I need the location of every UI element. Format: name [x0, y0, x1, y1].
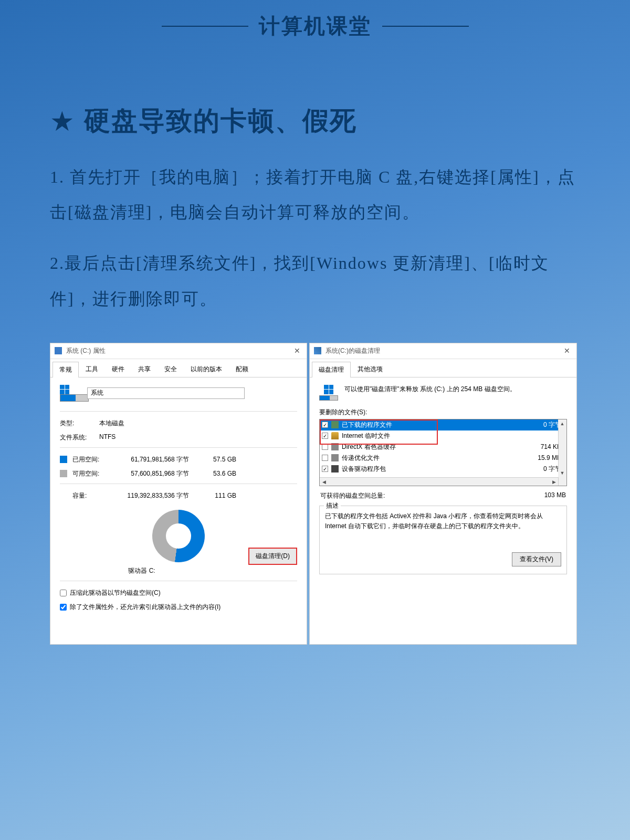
item-checkbox[interactable]: ✓	[322, 422, 328, 428]
tab-disk-cleanup[interactable]: 磁盘清理	[312, 362, 351, 377]
index-checkbox-row[interactable]: 除了文件属性外，还允许索引此驱动器上文件的内容(I)	[60, 603, 297, 612]
step-2: 2.最后点击[清理系统文件]，找到[Windows 更新清理]、[临时文件]，进…	[50, 246, 580, 316]
properties-body: 类型: 本地磁盘 文件系统: NTFS 已用空间: 61,791,981,568…	[50, 377, 307, 624]
divider	[60, 484, 297, 484]
type-label: 类型:	[60, 419, 99, 428]
file-type-icon	[331, 421, 339, 428]
usage-chart: 磁盘清理(D)	[60, 510, 297, 562]
cap-gb: 111 GB	[200, 492, 236, 499]
total-value: 103 MB	[544, 491, 566, 500]
scrollbar-vertical[interactable]: ▲ ▼	[558, 419, 566, 486]
index-label: 除了文件属性外，还允许索引此驱动器上文件的内容(I)	[70, 603, 220, 612]
drive-label-under: 驱动器 C:	[60, 566, 224, 575]
free-bytes: 57,600,851,968 字节	[105, 469, 200, 478]
drive-name-input[interactable]	[87, 387, 245, 399]
fs-row: 文件系统: NTFS	[60, 433, 297, 442]
cap-label: 容量:	[72, 491, 105, 500]
description-group: 描述 已下载的程序文件包括 ActiveX 控件和 Java 小程序，你查看特定…	[319, 506, 567, 574]
file-name: 设备驱动程序包	[342, 465, 524, 474]
tab-quota[interactable]: 配额	[229, 361, 255, 377]
tab-tools[interactable]: 工具	[79, 361, 105, 377]
cleanup-title: 系统(C:)的磁盘清理	[326, 346, 562, 355]
fs-label: 文件系统:	[60, 433, 99, 442]
article-content: ★ 硬盘导致的卡顿、假死 1. 首先打开［我的电脑］；接着打开电脑 C 盘,右键…	[0, 40, 630, 317]
used-gb: 57.5 GB	[200, 456, 236, 463]
compress-checkbox-row[interactable]: 压缩此驱动器以节约磁盘空间(C)	[60, 589, 297, 597]
capacity-row: 容量: 119,392,833,536 字节 111 GB	[60, 491, 297, 500]
cleanup-drive-icon	[319, 385, 338, 401]
star-icon: ★	[50, 106, 75, 137]
tab-hardware[interactable]: 硬件	[105, 361, 131, 377]
close-icon[interactable]: ✕	[562, 346, 572, 355]
cleanup-tabs: 磁盘清理 其他选项	[310, 359, 576, 377]
header-line-left	[162, 26, 248, 27]
used-bytes: 61,791,981,568 字节	[105, 455, 200, 464]
file-name: DirectX 着色器缓存	[342, 443, 524, 452]
windows-logo-icon	[60, 385, 69, 394]
tab-sharing[interactable]: 共享	[131, 361, 158, 377]
type-row: 类型: 本地磁盘	[60, 419, 297, 428]
files-to-delete-label: 要删除的文件(S):	[319, 408, 567, 417]
total-space-row: 可获得的磁盘空间总量: 103 MB	[320, 491, 566, 500]
item-checkbox[interactable]	[322, 444, 328, 450]
cleanup-intro-row: 可以使用"磁盘清理"来释放 系统 (C:) 上的 254 MB 磁盘空间。	[319, 385, 567, 401]
scroll-right-icon[interactable]: ▶	[550, 478, 558, 486]
type-value: 本地磁盘	[99, 419, 297, 428]
file-list-item[interactable]: 传递优化文件15.9 MB	[320, 453, 566, 464]
divider	[60, 581, 297, 581]
file-list-item[interactable]: ✓设备驱动程序包0 字节	[320, 464, 566, 475]
used-space-row: 已用空间: 61,791,981,568 字节 57.5 GB	[60, 455, 297, 464]
header-title: 计算机课堂	[259, 12, 372, 40]
file-list[interactable]: ✓已下载的程序文件0 字节✓Internet 临时文件DirectX 着色器缓存…	[319, 419, 567, 486]
item-checkbox[interactable]	[322, 455, 328, 461]
scrollbar-horizontal[interactable]: ◀ ▶	[320, 477, 558, 486]
item-checkbox[interactable]: ✓	[322, 466, 328, 472]
used-swatch-icon	[60, 456, 67, 463]
page-header: 计算机课堂	[0, 0, 630, 40]
file-type-icon	[331, 454, 339, 461]
total-label: 可获得的磁盘空间总量:	[320, 491, 385, 500]
windows-logo-icon	[324, 385, 333, 394]
cleanup-body: 可以使用"磁盘清理"来释放 系统 (C:) 上的 254 MB 磁盘空间。 要删…	[310, 377, 576, 582]
cleanup-icon	[314, 347, 321, 354]
cleanup-titlebar: 系统(C:)的磁盘清理 ✕	[310, 343, 576, 359]
free-swatch-icon	[60, 470, 67, 477]
disk-cleanup-button[interactable]: 磁盘清理(D)	[248, 548, 297, 565]
cap-bytes: 119,392,833,536 字节	[105, 491, 200, 500]
header-line-right	[382, 26, 469, 27]
file-list-item[interactable]: ✓已下载的程序文件0 字节	[320, 419, 566, 430]
file-list-item[interactable]: DirectX 着色器缓存714 KB	[320, 442, 566, 453]
file-type-icon	[331, 432, 339, 439]
compress-checkbox[interactable]	[60, 590, 67, 596]
scroll-left-icon[interactable]: ◀	[320, 478, 328, 486]
tab-general[interactable]: 常规	[52, 362, 79, 377]
index-checkbox[interactable]	[60, 604, 67, 611]
description-legend: 描述	[324, 501, 341, 510]
close-icon[interactable]: ✕	[292, 346, 302, 355]
drive-bar-icon	[60, 394, 89, 402]
tab-security[interactable]: 安全	[158, 361, 184, 377]
file-type-icon	[331, 443, 339, 450]
file-name: 已下载的程序文件	[342, 421, 524, 429]
fs-value: NTFS	[99, 433, 297, 442]
donut-chart-icon	[152, 510, 205, 562]
scroll-up-icon[interactable]: ▲	[558, 419, 566, 428]
used-label: 已用空间:	[72, 455, 105, 464]
cleanup-window: 系统(C:)的磁盘清理 ✕ 磁盘清理 其他选项 可以使用"磁盘清理"来释放 系统…	[309, 343, 577, 645]
drive-name-row	[60, 385, 297, 402]
view-files-button[interactable]: 查看文件(V)	[512, 552, 561, 566]
tab-other-options[interactable]: 其他选项	[351, 361, 390, 377]
screenshot-row: 系统 (C:) 属性 ✕ 常规 工具 硬件 共享 安全 以前的版本 配额 类型:	[50, 343, 580, 645]
scroll-down-icon[interactable]: ▼	[558, 469, 566, 477]
drive-bar-icon	[319, 395, 338, 401]
drive-icon-large	[60, 385, 81, 402]
file-name: 传递优化文件	[342, 454, 524, 463]
free-label: 可用空间:	[72, 469, 105, 478]
free-space-row: 可用空间: 57,600,851,968 字节 53.6 GB	[60, 469, 297, 478]
drive-icon	[55, 347, 62, 354]
file-type-icon	[331, 465, 339, 472]
file-list-item[interactable]: ✓Internet 临时文件	[320, 430, 566, 442]
item-checkbox[interactable]: ✓	[322, 433, 328, 439]
properties-titlebar: 系统 (C:) 属性 ✕	[50, 343, 307, 359]
tab-previous[interactable]: 以前的版本	[184, 361, 229, 377]
